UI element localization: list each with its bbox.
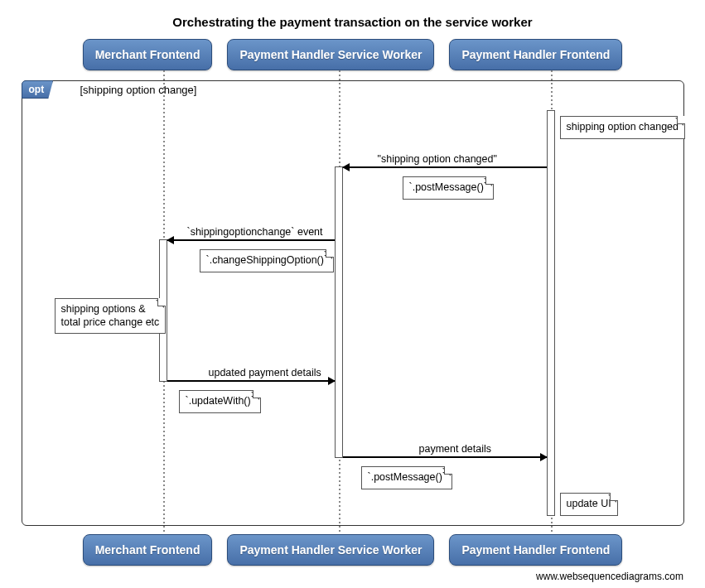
arrow-m4 [343,456,547,458]
note-shipping-options-price: shipping options & total price change et… [55,298,167,334]
activation-p2 [335,166,343,458]
note-text-line1: shipping options & [61,303,146,315]
note-fold-icon [610,493,618,501]
note-text: shipping option changed [567,121,679,133]
participant-payment-handler-sw-bottom: Payment Handler Service Worker [227,534,434,566]
note-changeshippingoption: `.changeShippingOption()` [200,249,335,272]
participant-merchant-frontend: Merchant Frontend [83,39,213,70]
note-text: `.updateWith()` [186,395,254,407]
diagram-title: Orchestrating the payment transaction on… [8,15,697,29]
note-text-line2: total price change etc [61,316,160,328]
sequence-diagram-body: opt [shipping option change] shipping op… [13,70,693,534]
note-fold-icon [677,116,685,124]
note-fold-icon [444,466,452,475]
participants-top: Merchant Frontend Payment Handler Servic… [8,39,697,70]
activation-p3 [547,110,555,516]
note-fold-icon [485,176,494,185]
msg-shipping-option-changed: "shipping option changed" [378,153,497,165]
participant-merchant-frontend-bottom: Merchant Frontend [83,534,213,566]
arrow-m1 [343,166,547,168]
msg-payment-details: payment details [419,443,492,455]
opt-tag: opt [22,80,54,99]
arrow-m3 [167,380,335,382]
participant-payment-handler-frontend-bottom: Payment Handler Frontend [449,534,622,566]
msg-shippingoptionchange-event: `shippingoptionchange` event [187,226,323,238]
note-update-ui: update UI [560,493,618,516]
msg-updated-payment-details: updated payment details [209,367,321,378]
participant-payment-handler-sw: Payment Handler Service Worker [227,39,434,70]
footer-credit: www.websequencediagrams.com [8,571,683,582]
arrow-m2 [167,239,335,241]
note-text: update UI [567,498,611,509]
note-updatewith: `.updateWith()` [179,390,261,413]
opt-guard: [shipping option change] [80,84,197,96]
note-fold-icon [157,298,166,306]
note-postmessage-1: `.postMessage()` [403,176,494,200]
note-text: `.changeShippingOption()` [206,254,328,266]
participants-bottom: Merchant Frontend Payment Handler Servic… [8,534,697,566]
note-shipping-option-changed: shipping option changed [560,116,686,139]
note-fold-icon [253,390,261,398]
note-text: `.postMessage()` [409,181,487,193]
note-text: `.postMessage()` [368,471,446,483]
note-fold-icon [326,249,334,258]
note-postmessage-2: `.postMessage()` [361,466,452,489]
participant-payment-handler-frontend: Payment Handler Frontend [449,39,622,70]
